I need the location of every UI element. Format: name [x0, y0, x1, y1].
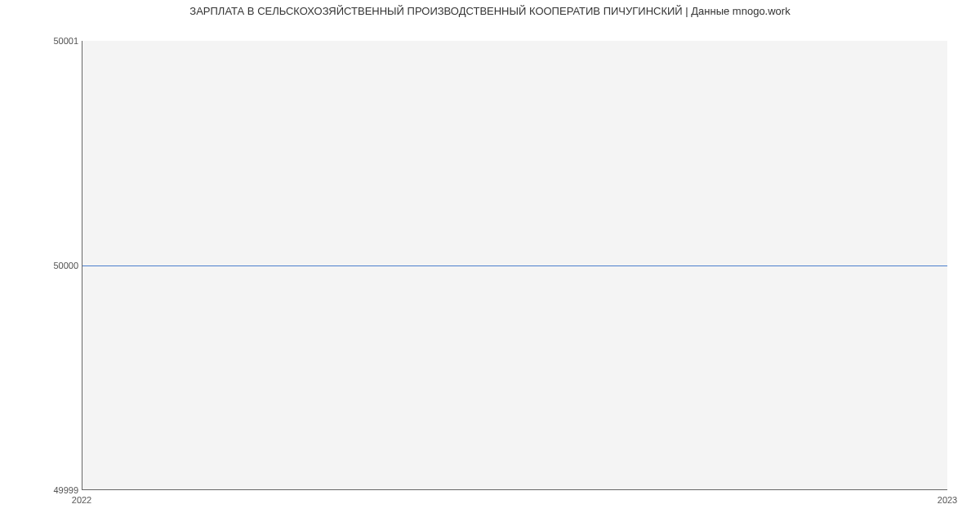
y-tick-mid: 50000 [46, 261, 78, 270]
salary-line-chart: ЗАРПЛАТА В СЕЛЬСКОХОЗЯЙСТВЕННЫЙ ПРОИЗВОД… [0, 0, 980, 531]
plot-area [82, 41, 947, 490]
x-tick-left: 2022 [72, 495, 91, 505]
chart-title: ЗАРПЛАТА В СЕЛЬСКОХОЗЯЙСТВЕННЫЙ ПРОИЗВОД… [0, 5, 980, 17]
x-tick-right: 2023 [938, 495, 957, 505]
y-tick-bottom: 49999 [46, 485, 78, 495]
y-tick-top: 50001 [46, 36, 78, 46]
data-line [82, 266, 947, 266]
